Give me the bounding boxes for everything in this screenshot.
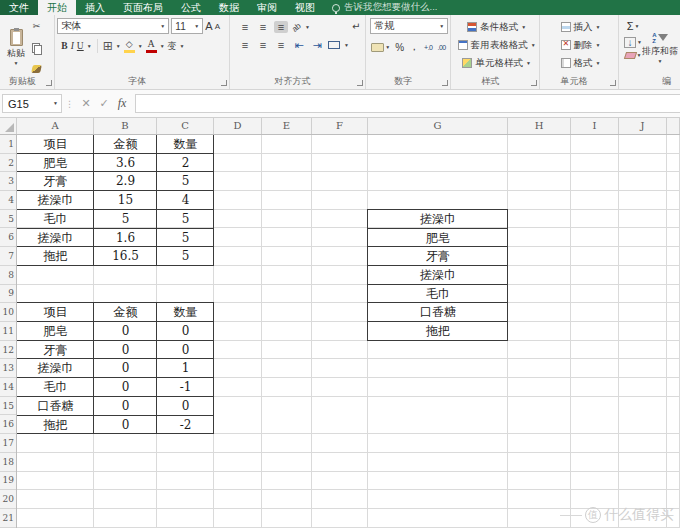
borders-button[interactable]: ⊞ xyxy=(103,39,113,53)
name-box[interactable]: G15 ▼ xyxy=(2,94,62,113)
bold-button[interactable]: B xyxy=(61,41,67,51)
row-header-7[interactable]: 7 xyxy=(0,247,16,266)
row-header-14[interactable]: 14 xyxy=(0,378,16,397)
italic-button[interactable]: I xyxy=(71,41,74,51)
row-header-8[interactable]: 8 xyxy=(0,266,16,285)
row-header-21[interactable]: 21 xyxy=(0,509,16,528)
cells-area[interactable]: 项目金额数量肥皂3.62牙膏2.95搓澡巾154毛巾55搓澡巾1.65拖把16.… xyxy=(17,135,680,528)
row-header-6[interactable]: 6 xyxy=(0,229,16,248)
align-bottom-button[interactable]: ≡ xyxy=(274,21,288,33)
formula-input[interactable] xyxy=(135,94,680,113)
number-format-combobox[interactable]: 常规 ▼ xyxy=(370,18,448,34)
font-family-combobox[interactable]: 宋体 ▼ xyxy=(57,18,169,34)
format-cells-button[interactable]: 格式 ▼ xyxy=(542,54,616,72)
cancel-button[interactable]: ✕ xyxy=(77,97,95,110)
column-header-D[interactable]: D xyxy=(214,118,262,134)
column-header-F[interactable]: F xyxy=(312,118,368,134)
column-header-C[interactable]: C xyxy=(157,118,214,134)
phonetic-guide-button[interactable]: 变 xyxy=(168,40,177,53)
row-header-16[interactable]: 16 xyxy=(0,416,16,435)
column-header-I[interactable]: I xyxy=(571,118,619,134)
align-center-button[interactable]: ≡ xyxy=(256,39,270,51)
decrease-decimal-button[interactable]: .00 xyxy=(438,44,446,51)
merge-center-button[interactable] xyxy=(328,41,340,49)
orientation-button[interactable]: ab xyxy=(292,23,301,32)
autosum-button[interactable]: Σ▼ xyxy=(624,20,642,32)
number-dialog-launcher[interactable] xyxy=(442,80,448,86)
column-header-A[interactable]: A xyxy=(17,118,94,134)
format-as-table-button[interactable]: 套用表格格式 ▼ xyxy=(453,36,537,54)
tab-5[interactable]: 公式 xyxy=(172,0,210,15)
row-header-18[interactable]: 18 xyxy=(0,453,16,472)
font-size-value: 11 xyxy=(175,21,185,32)
column-header-H[interactable]: H xyxy=(508,118,571,134)
row-header-9[interactable]: 9 xyxy=(0,285,16,304)
tell-me-search[interactable]: 告诉我您想要做什么... xyxy=(324,0,445,15)
conditional-formatting-button[interactable]: 条件格式 ▼ xyxy=(453,18,537,36)
enter-button[interactable]: ✓ xyxy=(95,97,113,110)
font-size-combobox[interactable]: 11 ▼ xyxy=(171,18,203,34)
tab-8[interactable]: 视图 xyxy=(286,0,324,15)
row-header-5[interactable]: 5 xyxy=(0,210,16,229)
column-header-G[interactable]: G xyxy=(368,118,508,134)
row-header-15[interactable]: 15 xyxy=(0,397,16,416)
row-header-13[interactable]: 13 xyxy=(0,359,16,378)
font-color-button[interactable]: A xyxy=(146,39,157,53)
insert-function-button[interactable]: fx xyxy=(113,96,131,111)
row-header-2[interactable]: 2 xyxy=(0,154,16,173)
cut-button[interactable]: ✂ xyxy=(32,21,41,31)
cell-styles-button[interactable]: 单元格样式 ▼ xyxy=(453,54,537,72)
column-header-J[interactable]: J xyxy=(619,118,667,134)
grow-font-button[interactable]: A xyxy=(205,20,212,32)
row-header-12[interactable]: 12 xyxy=(0,341,16,360)
delete-cells-button[interactable]: 删除 ▼ xyxy=(542,36,616,54)
increase-indent-button[interactable]: ⇥ xyxy=(310,39,324,51)
row-header-11[interactable]: 11 xyxy=(0,322,16,341)
chevron-down-icon: ▼ xyxy=(596,61,601,66)
comma-style-button[interactable]: ， xyxy=(409,40,419,54)
tab-1[interactable]: 文件 xyxy=(0,0,38,15)
clear-button[interactable]: ▼ xyxy=(624,52,642,59)
row-header-10[interactable]: 10 xyxy=(0,303,16,322)
row-header-17[interactable]: 17 xyxy=(0,434,16,453)
row-header-19[interactable]: 19 xyxy=(0,472,16,491)
column-header-E[interactable]: E xyxy=(262,118,312,134)
cells-dialog-launcher[interactable] xyxy=(610,80,616,86)
align-left-button[interactable]: ≡ xyxy=(238,39,252,51)
align-middle-button[interactable]: ≡ xyxy=(256,21,270,33)
select-all-corner[interactable] xyxy=(0,118,17,134)
alignment-dialog-launcher[interactable] xyxy=(357,80,363,86)
fill-button[interactable]: ↓▼ xyxy=(624,37,642,48)
decrease-indent-button[interactable]: ⇤ xyxy=(292,39,306,51)
shrink-font-button[interactable]: A xyxy=(215,22,220,31)
chevron-down-icon: ▼ xyxy=(194,24,199,29)
font-group: 宋体 ▼ 11 ▼ A A B I U ▼ ⊞ ▼ ◇ ▼ A ▼ 变 ▼ 字体 xyxy=(55,15,230,89)
align-top-button[interactable]: ≡ xyxy=(238,21,252,33)
underline-button[interactable]: U xyxy=(77,41,84,51)
tab-7[interactable]: 审阅 xyxy=(248,0,286,15)
tab-6[interactable]: 数据 xyxy=(210,0,248,15)
tab-4[interactable]: 页面布局 xyxy=(114,0,172,15)
wrap-text-button[interactable]: ↵ xyxy=(349,21,363,33)
styles-dialog-launcher[interactable] xyxy=(531,80,537,86)
row-header-20[interactable]: 20 xyxy=(0,490,16,509)
accounting-format-button[interactable]: ▼ xyxy=(371,43,390,52)
paste-button[interactable]: 粘贴 ▼ xyxy=(2,18,30,75)
increase-decimal-button[interactable]: +.0 xyxy=(424,44,432,51)
row-header-3[interactable]: 3 xyxy=(0,172,16,191)
fill-color-button[interactable]: ◇ xyxy=(124,40,135,53)
row-header-4[interactable]: 4 xyxy=(0,191,16,210)
clipboard-dialog-launcher[interactable] xyxy=(46,80,52,86)
percent-style-button[interactable]: % xyxy=(395,42,404,53)
column-header-B[interactable]: B xyxy=(94,118,157,134)
format-painter-button[interactable] xyxy=(31,65,42,73)
row-header-1[interactable]: 1 xyxy=(0,135,16,154)
column-header-partial[interactable] xyxy=(667,118,680,134)
tab-3[interactable]: 插入 xyxy=(76,0,114,15)
align-right-button[interactable]: ≡ xyxy=(274,39,288,51)
tab-2[interactable]: 开始 xyxy=(38,0,76,15)
copy-button[interactable] xyxy=(32,43,41,53)
sort-filter-button[interactable]: AZ 排序和筛 ▼ xyxy=(642,18,678,75)
insert-cells-button[interactable]: 插入 ▼ xyxy=(542,18,616,36)
font-dialog-launcher[interactable] xyxy=(221,80,227,86)
